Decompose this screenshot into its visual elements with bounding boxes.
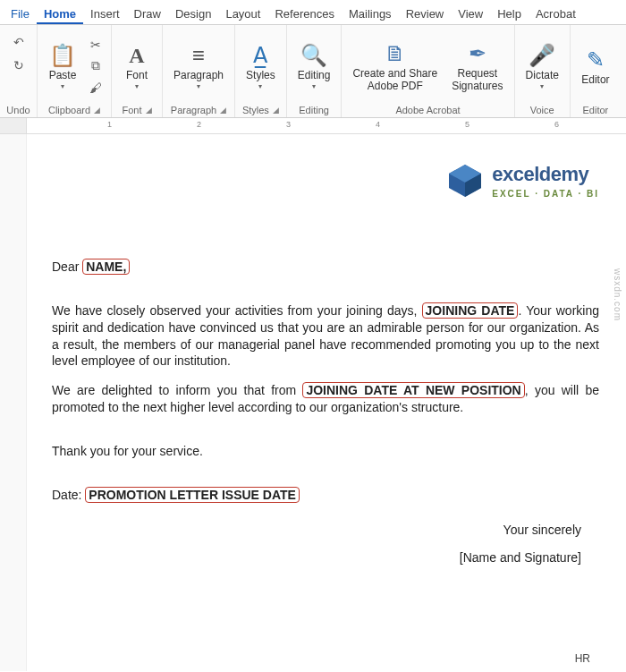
chevron-down-icon: ▾ <box>258 82 262 90</box>
undo-button[interactable]: ↶ <box>9 32 29 52</box>
paste-button[interactable]: 📋 Paste ▾ <box>43 38 82 93</box>
create-share-label: Create and Share Adobe PDF <box>352 68 437 91</box>
create-share-pdf-button[interactable]: 🗎 Create and Share Adobe PDF <box>347 36 443 95</box>
date-line: Date: PROMOTION LETTER ISSUE DATE <box>52 487 599 504</box>
dictate-label: Dictate <box>526 70 559 81</box>
watermark: wsxdn.com <box>613 268 622 321</box>
logo-icon <box>445 161 485 200</box>
chevron-down-icon: ▾ <box>197 82 200 90</box>
ribbon-group-styles: A̲ Styles ▾ Styles ◢ <box>235 25 287 117</box>
group-label-adobe: Adobe Acrobat <box>395 103 460 115</box>
request-signatures-button[interactable]: ✒ Request Signatures <box>446 36 508 95</box>
paragraph-icon: ≡ <box>192 41 205 70</box>
ribbon-group-adobe: 🗎 Create and Share Adobe PDF ✒ Request S… <box>342 25 514 117</box>
editing-label: Editing <box>298 70 331 81</box>
dictate-button[interactable]: 🎤 Dictate ▾ <box>520 38 564 93</box>
font-icon: A <box>129 41 144 70</box>
menu-draw[interactable]: Draw <box>127 4 168 24</box>
cut-button[interactable]: ✂ <box>86 35 106 55</box>
ruler-mark: 3 <box>286 120 291 129</box>
page-content[interactable]: exceldemy EXCEL · DATA · BI Dear NAME, W… <box>27 134 626 671</box>
ruler-mark: 1 <box>107 120 112 129</box>
ruler-mark: 6 <box>554 120 559 129</box>
logo-sub-text: EXCEL · DATA · BI <box>492 188 599 200</box>
dialog-launcher-icon[interactable]: ◢ <box>146 106 152 115</box>
chevron-down-icon: ▾ <box>312 82 316 90</box>
menu-mailings[interactable]: Mailings <box>342 4 399 24</box>
chevron-down-icon: ▾ <box>61 82 64 90</box>
group-label-editing: Editing <box>299 103 329 115</box>
menu-help[interactable]: Help <box>490 4 529 24</box>
format-painter-button[interactable]: 🖌 <box>86 78 106 98</box>
greeting-line: Dear NAME, <box>52 259 599 276</box>
dialog-launcher-icon[interactable]: ◢ <box>220 106 226 115</box>
p1-text-a: We have closely observed your activities… <box>52 303 422 318</box>
ribbon-group-editing: 🔍 Editing ▾ Editing <box>287 25 343 117</box>
ruler-mark: 5 <box>465 120 470 129</box>
paragraph-button[interactable]: ≡ Paragraph ▾ <box>168 38 229 93</box>
menu-home[interactable]: Home <box>37 4 83 24</box>
menu-view[interactable]: View <box>451 4 490 24</box>
dialog-launcher-icon[interactable]: ◢ <box>94 106 100 115</box>
group-label-font: Font ◢ <box>122 103 151 115</box>
clipboard-icon: 📋 <box>49 41 76 70</box>
group-label-editor: Editor <box>583 103 609 115</box>
request-sig-label: Request Signatures <box>452 68 503 91</box>
vertical-ruler[interactable] <box>0 134 27 671</box>
thanks-line: Thank you for your service. <box>52 443 599 460</box>
copy-button[interactable]: ⧉ <box>86 56 106 76</box>
chevron-down-icon: ▾ <box>540 82 544 90</box>
paragraph-label: Paragraph <box>173 70 224 81</box>
para-group-text: Paragraph <box>171 105 216 115</box>
styles-group-text: Styles <box>242 105 269 115</box>
styles-icon: A̲ <box>253 41 267 70</box>
placeholder-joining-date: JOINING DATE <box>422 302 519 319</box>
menu-references[interactable]: References <box>267 4 341 24</box>
horizontal-ruler[interactable]: 1 2 3 4 5 6 <box>0 118 626 134</box>
logo: exceldemy EXCEL · DATA · BI <box>52 161 599 205</box>
menu-insert[interactable]: Insert <box>83 4 127 24</box>
ribbon-group-clipboard: 📋 Paste ▾ ✂ ⧉ 🖌 Clipboard ◢ <box>38 25 112 117</box>
styles-label: Styles <box>246 70 275 81</box>
ribbon: ↶ ↻ Undo 📋 Paste ▾ ✂ ⧉ 🖌 Clipboard ◢ A <box>0 25 626 118</box>
p2-text-a: We are delighted to inform you that from <box>52 383 302 397</box>
editing-button[interactable]: 🔍 Editing ▾ <box>292 38 336 93</box>
editor-label: Editor <box>581 74 609 86</box>
hr-label: HR <box>575 651 590 666</box>
logo-main-text: exceldemy <box>492 161 599 188</box>
placeholder-issue-date: PROMOTION LETTER ISSUE DATE <box>85 487 300 503</box>
font-button[interactable]: A Font ▾ <box>117 38 156 93</box>
ribbon-group-font: A Font ▾ Font ◢ <box>112 25 163 117</box>
menu-bar: File Home Insert Draw Design Layout Refe… <box>0 0 626 25</box>
group-label-paragraph: Paragraph ◢ <box>171 103 226 115</box>
group-label-clipboard: Clipboard ◢ <box>48 103 100 115</box>
menu-design[interactable]: Design <box>168 4 218 24</box>
paragraph-2: We are delighted to inform you that from… <box>52 382 599 416</box>
menu-acrobat[interactable]: Acrobat <box>529 4 583 24</box>
menu-layout[interactable]: Layout <box>218 4 267 24</box>
signature-line: [Name and Signature] <box>52 549 581 566</box>
group-label-undo: Undo <box>6 103 30 115</box>
font-group-text: Font <box>122 105 141 115</box>
styles-button[interactable]: A̲ Styles ▾ <box>241 38 281 93</box>
pdf-icon: 🗎 <box>385 39 406 68</box>
placeholder-new-position-date: JOINING DATE AT NEW POSITION <box>302 382 524 398</box>
clipboard-group-text: Clipboard <box>48 105 90 115</box>
paste-label: Paste <box>49 70 77 81</box>
search-icon: 🔍 <box>300 41 327 70</box>
menu-file[interactable]: File <box>4 4 37 24</box>
ribbon-group-editor: ✎ Editor Editor <box>571 25 621 117</box>
ribbon-group-paragraph: ≡ Paragraph ▾ Paragraph ◢ <box>163 25 235 117</box>
ruler-mark: 4 <box>376 120 380 129</box>
ribbon-group-voice: 🎤 Dictate ▾ Voice <box>515 25 571 117</box>
redo-button[interactable]: ↻ <box>9 55 29 75</box>
font-label: Font <box>126 70 148 81</box>
editor-button[interactable]: ✎ Editor <box>576 42 615 89</box>
group-label-styles: Styles ◢ <box>242 103 279 115</box>
dialog-launcher-icon[interactable]: ◢ <box>273 106 279 115</box>
ruler-mark: 2 <box>197 120 201 129</box>
group-label-voice: Voice <box>530 103 554 115</box>
menu-review[interactable]: Review <box>399 4 452 24</box>
microphone-icon: 🎤 <box>529 41 555 70</box>
closing-line: Your sincerely <box>52 522 581 539</box>
